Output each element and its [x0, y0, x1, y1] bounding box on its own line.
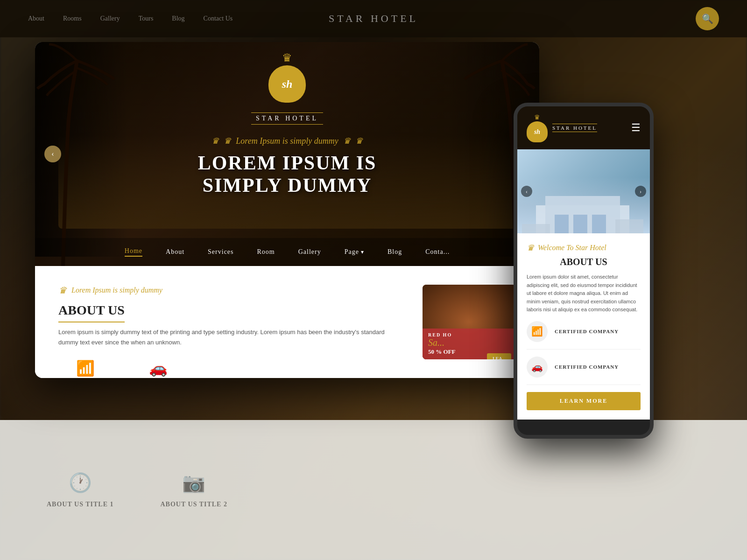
mobile-feature-label-1: CERTIFIED COMPANY	[555, 329, 619, 334]
mobile-about-title: ABOUT US	[527, 257, 641, 267]
clock-icon: 🕐	[69, 472, 92, 494]
bg-nav-rooms: Rooms	[63, 15, 82, 22]
desktop-logo: ♛ sh STAR HOTEL	[251, 51, 323, 125]
about-desc: Lorem ipsum is simply dummy text of the …	[58, 327, 404, 348]
crown-right-icon: ♛	[343, 136, 351, 146]
about-image-tag: RED HO	[428, 332, 510, 337]
mobile-about: ♛ Welcome To Star Hotel ABOUT US Lorem i…	[517, 233, 650, 420]
svg-rect-3	[573, 215, 587, 233]
nav-services[interactable]: Services	[208, 248, 233, 256]
bg-nav-links: About Rooms Gallery Tours Blog Contact U…	[28, 15, 233, 22]
about-content: ♛ Lorem Ipsum is simply dummy ABOUT US L…	[58, 285, 404, 378]
mobile-mockup: ♛ sh STAR HOTEL ☰ ‹ ›	[514, 103, 654, 439]
mobile-menu-icon[interactable]: ☰	[631, 122, 641, 134]
nav-home[interactable]: Home	[125, 247, 142, 257]
hero-subtitle: ♛ Lorem Ipsum is simply dummy ♛	[161, 136, 413, 146]
logo-name: STAR HOTEL	[251, 112, 323, 125]
bg-nav-tours: Tours	[139, 15, 154, 22]
svg-rect-7	[615, 219, 643, 233]
about-feature-1: 📶 ABOUT US TITLE 1	[58, 359, 113, 378]
svg-rect-2	[555, 215, 569, 233]
mobile-header: ♛ sh STAR HOTEL ☰	[517, 106, 650, 149]
nav-page[interactable]: Page	[345, 248, 364, 256]
mobile-welcome-crown-icon: ♛	[527, 243, 534, 253]
about-image-btn[interactable]: LEA...	[487, 353, 511, 359]
mobile-logo-name: STAR HOTEL	[552, 124, 597, 132]
bg-nav-blog: Blog	[172, 15, 184, 22]
mobile-hero-building	[517, 177, 650, 233]
nav-about[interactable]: About	[166, 248, 184, 256]
nav-gallery[interactable]: Gallery	[298, 248, 321, 256]
mobile-learn-more-btn[interactable]: LEARN MORE	[527, 392, 641, 410]
logo-shield: sh	[268, 65, 306, 103]
bg-nav-title: STAR HOTEL	[329, 13, 418, 25]
desktop-nav: Home About Services Room Gallery Page Bl…	[35, 238, 539, 266]
desktop-mockup: ♛ sh STAR HOTEL Home About Services Room…	[35, 42, 539, 378]
about-features: 📶 ABOUT US TITLE 1 🚗 ABOUT US TITLE 2	[58, 359, 404, 378]
desktop-about: ♛ Lorem Ipsum is simply dummy ABOUT US L…	[35, 266, 539, 378]
mobile-logo: ♛ sh STAR HOTEL	[527, 113, 597, 142]
mobile-feature-1: 📶 CERTIFIED COMPANY	[527, 321, 641, 350]
hero-title: LOREM IPSUM IS SIMPLY DUMMY	[161, 152, 413, 196]
mobile-hero: ‹ ›	[517, 149, 650, 233]
nav-blog[interactable]: Blog	[388, 248, 402, 256]
bg-nav-contact: Contact Us	[204, 15, 233, 22]
about-image: RED HO Sa... 50 % OFF LEA...	[423, 285, 516, 359]
bg-about-col-2: 📷 ABOUT US TITLE 2	[160, 472, 227, 508]
mobile-logo-shield: sh	[527, 121, 548, 142]
mobile-hotel-svg	[517, 177, 650, 233]
crown-left-icon: ♛	[224, 136, 231, 146]
mobile-hero-next-btn[interactable]: ›	[635, 186, 646, 197]
mobile-wifi-icon: 📶	[527, 321, 548, 342]
desktop-hero-text: ♛ Lorem Ipsum is simply dummy ♛ LOREM IP…	[161, 136, 413, 196]
mobile-feature-2: 🚗 CERTIFIED COMPANY	[527, 357, 641, 385]
car-icon: 🚗	[149, 359, 168, 377]
about-label: ♛ Lorem Ipsum is simply dummy	[58, 285, 404, 296]
wifi-icon: 📶	[76, 359, 95, 377]
bg-about-label-1: ABOUT US TITLE 1	[47, 501, 113, 508]
mobile-car-icon: 🚗	[527, 357, 548, 378]
mobile-welcome: ♛ Welcome To Star Hotel	[527, 243, 641, 253]
svg-rect-6	[522, 224, 550, 233]
label-crown-icon: ♛	[58, 285, 67, 296]
bg-nav-gallery: Gallery	[100, 15, 120, 22]
background-nav: About Rooms Gallery Tours Blog Contact U…	[0, 0, 747, 37]
bg-about-col-1: 🕐 ABOUT US TITLE 1	[47, 472, 113, 508]
mobile-crown-icon: ♛	[527, 113, 548, 121]
mobile-about-desc: Lorem ipsum dolor sit amet, consectetur …	[527, 273, 641, 314]
bg-about-label-2: ABOUT US TITLE 2	[160, 501, 227, 508]
mobile-feature-label-2: CERTIFIED COMPANY	[555, 364, 619, 370]
nav-room[interactable]: Room	[257, 248, 275, 256]
crown-icon: ♛	[268, 51, 306, 64]
nav-contact[interactable]: Conta...	[425, 248, 450, 256]
hero-prev-button[interactable]: ‹	[44, 146, 61, 162]
about-image-title: Sa...	[428, 337, 510, 348]
background-about-section: 🕐 ABOUT US TITLE 1 📷 ABOUT US TITLE 2	[0, 420, 747, 560]
about-feature-2: 🚗 ABOUT US TITLE 2	[131, 359, 185, 378]
desktop-hero: ♛ sh STAR HOTEL Home About Services Room…	[35, 42, 539, 266]
about-title: ABOUT US	[58, 303, 125, 322]
svg-rect-4	[592, 215, 606, 233]
bg-nav-about: About	[28, 15, 44, 22]
mobile-logo-initials: sh	[534, 128, 540, 136]
mobile-hero-prev-btn[interactable]: ‹	[521, 186, 532, 197]
camera-icon: 📷	[182, 472, 205, 494]
search-button-bg[interactable]: 🔍	[696, 7, 719, 30]
logo-initials: sh	[282, 78, 293, 91]
